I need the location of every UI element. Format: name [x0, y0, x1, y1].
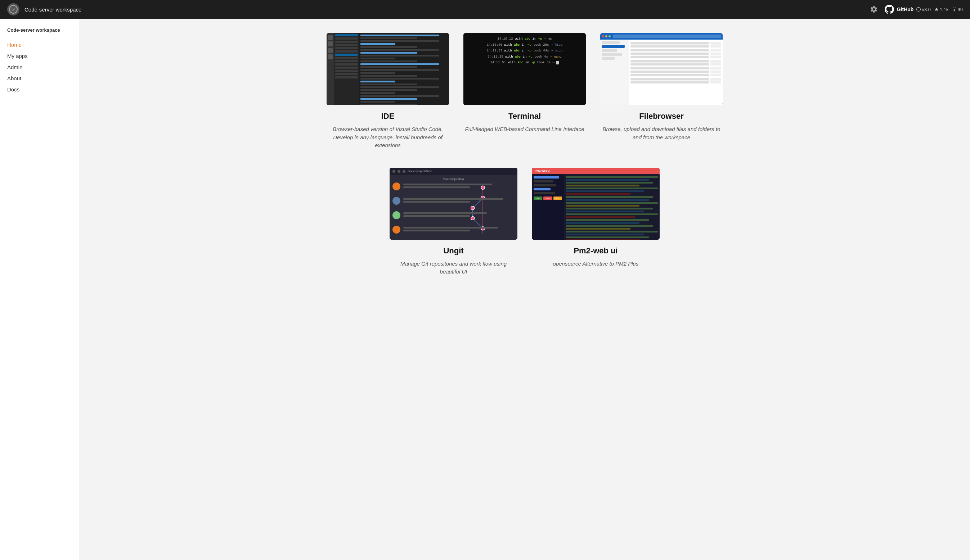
- github-stars: 1.1k: [934, 7, 949, 12]
- sidebar-nav: Home My apps Admin About Docs: [7, 39, 72, 95]
- sidebar-item-home[interactable]: Home: [7, 39, 72, 50]
- pm2-desc: opensource Alternative to PM2 Plus: [553, 260, 639, 268]
- settings-icon[interactable]: [869, 4, 879, 14]
- app-card-filebrowser[interactable]: Filebrowser Browse, upload and download …: [600, 33, 723, 150]
- github-forks: 99: [952, 7, 963, 12]
- apps-grid-bottom: /home/project/Task /home/project/Task: [390, 168, 659, 276]
- github-link[interactable]: GitHub v3.0 1.1k 99: [885, 5, 963, 14]
- ide-desc: Browser-based version of Visual Studio C…: [327, 125, 449, 150]
- ide-name: IDE: [381, 112, 395, 121]
- terminal-desc: Full-fledged WEB-based Command Line Inte…: [465, 125, 584, 133]
- ide-screenshot: [327, 33, 449, 105]
- github-label: GitHub: [897, 7, 914, 12]
- app-header: Code-server workspace GitHub v3.0 1.1k: [0, 0, 970, 19]
- sidebar-item-myapps[interactable]: My apps: [7, 50, 72, 62]
- ungit-desc: Manage Git repositories and work flow us…: [390, 260, 518, 276]
- app-card-pm2[interactable]: PM2 WebUI Go Stop: [532, 168, 659, 276]
- sidebar-item-admin[interactable]: Admin: [7, 62, 72, 73]
- app-card-terminal[interactable]: 14:10:12 with abc in ~p → mc 14:10:46 wi…: [463, 33, 586, 150]
- main-content: IDE Browser-based version of Visual Stud…: [79, 19, 970, 560]
- app-card-ide[interactable]: IDE Browser-based version of Visual Stud…: [327, 33, 449, 150]
- filebrowser-name: Filebrowser: [639, 112, 683, 121]
- sidebar-workspace-title: Code-server workspace: [7, 27, 72, 33]
- sidebar-item-about[interactable]: About: [7, 73, 72, 84]
- pm2-name: Pm2-web ui: [574, 246, 618, 255]
- sidebar: Code-server workspace Home My apps Admin…: [0, 19, 79, 560]
- svg-point-7: [471, 206, 474, 210]
- github-stats: v3.0 1.1k 99: [917, 7, 963, 12]
- filebrowser-screenshot: [600, 33, 723, 105]
- app-logo[interactable]: [7, 3, 20, 15]
- pm2-screenshot: PM2 WebUI Go Stop: [532, 168, 659, 240]
- header-title: Code-server workspace: [25, 7, 869, 13]
- filebrowser-desc: Browse, upload and download files and fo…: [600, 125, 723, 142]
- ungit-screenshot: /home/project/Task /home/project/Task: [390, 168, 518, 240]
- terminal-screenshot: 14:10:12 with abc in ~p → mc 14:10:46 wi…: [463, 33, 586, 105]
- app-layout: Code-server workspace Home My apps Admin…: [0, 0, 970, 560]
- header-right: GitHub v3.0 1.1k 99: [869, 4, 963, 14]
- app-card-ungit[interactable]: /home/project/Task /home/project/Task: [390, 168, 518, 276]
- ungit-name: Ungit: [443, 246, 463, 255]
- svg-point-0: [9, 5, 17, 13]
- apps-grid-top: IDE Browser-based version of Visual Stud…: [327, 33, 723, 150]
- sidebar-item-docs[interactable]: Docs: [7, 84, 72, 95]
- github-version: v3.0: [917, 7, 931, 12]
- terminal-name: Terminal: [508, 112, 541, 121]
